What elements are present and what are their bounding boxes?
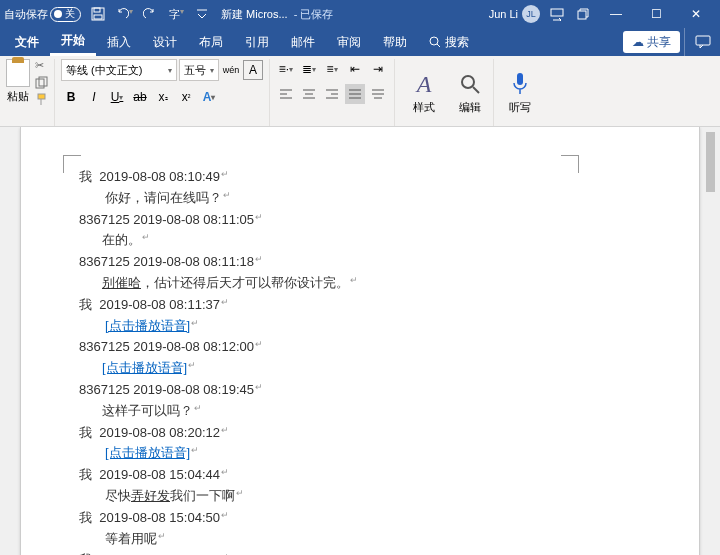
save-icon[interactable] — [85, 7, 111, 21]
tab-references[interactable]: 引用 — [234, 28, 280, 56]
editing-button[interactable]: 编辑 — [447, 59, 493, 126]
format-painter-button[interactable] — [35, 93, 48, 106]
restore-icon[interactable] — [570, 7, 596, 21]
chat-sender: 8367125 — [79, 254, 130, 269]
svg-rect-2 — [94, 15, 102, 19]
voice-link[interactable]: [点击播放语音] — [105, 445, 190, 460]
align-left-button[interactable] — [276, 84, 296, 104]
char-border-button[interactable]: A — [243, 60, 263, 80]
subscript-button[interactable]: x₂ — [153, 87, 173, 107]
paste-button[interactable]: 粘贴 — [6, 59, 30, 126]
dictate-button[interactable]: 听写 — [493, 59, 539, 126]
share-button[interactable]: ☁ 共享 — [623, 31, 680, 53]
phonetic-guide-button[interactable]: wén — [221, 60, 241, 80]
text-effects-button[interactable]: A▾ — [199, 87, 219, 107]
avatar[interactable]: JL — [522, 5, 540, 23]
bullets-button[interactable]: ≡·▾ — [276, 59, 296, 79]
svg-rect-9 — [36, 79, 44, 88]
tab-insert[interactable]: 插入 — [96, 28, 142, 56]
chat-timestamp: 2019-08-08 08:20:12 — [99, 425, 220, 440]
decrease-indent-button[interactable]: ⇤ — [345, 59, 365, 79]
italic-button[interactable]: I — [84, 87, 104, 107]
voice-link[interactable]: [点击播放语音] — [102, 360, 187, 375]
voice-link[interactable]: [点击播放语音] — [105, 318, 190, 333]
numbering-button[interactable]: ≣▾ — [299, 59, 319, 79]
bold-button[interactable]: B — [61, 87, 81, 107]
cut-button[interactable]: ✂ — [35, 59, 48, 72]
svg-rect-30 — [517, 73, 523, 85]
tab-search[interactable]: 搜索 — [418, 28, 480, 56]
chat-sender: 我 — [79, 297, 92, 312]
tab-help[interactable]: 帮助 — [372, 28, 418, 56]
svg-line-29 — [473, 87, 479, 93]
chat-timestamp: 2019-08-08 08:11:05 — [133, 212, 254, 227]
minimize-button[interactable]: — — [596, 7, 636, 21]
increase-indent-button[interactable]: ⇥ — [368, 59, 388, 79]
paragraph-mark-icon: ↵ — [255, 212, 263, 222]
chat-sender: 我 — [79, 467, 92, 482]
chat-text: 这样子可以吗？ — [102, 403, 193, 418]
user-name[interactable]: Jun Li — [489, 8, 518, 20]
chat-message: 8367125 2019-08-08 08:12:00↵[点击播放语音]↵ — [79, 337, 641, 379]
char-icon[interactable]: 字▾ — [163, 7, 189, 22]
chat-message: 我 2019-08-08 08:11:37↵[点击播放语音]↵ — [79, 295, 641, 337]
paste-icon — [6, 59, 30, 87]
ribbon: 粘贴 ✂ 等线 (中文正文)▾ 五号▾ wén A B I U ▾ ab x₂ … — [0, 56, 720, 127]
distributed-button[interactable] — [368, 84, 388, 104]
align-center-button[interactable] — [299, 84, 319, 104]
tab-layout[interactable]: 布局 — [188, 28, 234, 56]
doc-title: 新建 Micros... — [221, 7, 288, 22]
font-size-select[interactable]: 五号▾ — [179, 59, 219, 81]
paragraph-mark-icon: ↵ — [221, 425, 229, 435]
justify-button[interactable] — [345, 84, 365, 104]
superscript-button[interactable]: x² — [176, 87, 196, 107]
chat-message: 8367125 2019-08-08 08:19:45↵这样子可以吗？↵ — [79, 380, 641, 422]
styles-button[interactable]: A 样式 — [401, 59, 447, 126]
tab-mail[interactable]: 邮件 — [280, 28, 326, 56]
chat-message: 我 2019-08-08 08:10:49↵你好，请问在线吗？↵ — [79, 167, 641, 209]
chat-text: 别催哈 — [102, 275, 141, 290]
tab-design[interactable]: 设计 — [142, 28, 188, 56]
paragraph-mark-icon: ↵ — [221, 169, 229, 179]
tab-file[interactable]: 文件 — [4, 28, 50, 56]
autosave-label: 自动保存 — [4, 7, 48, 22]
paragraph-mark-icon: ↵ — [255, 254, 263, 264]
chat-sender: 我 — [79, 425, 92, 440]
svg-rect-10 — [39, 77, 47, 86]
more-quickaccess-icon[interactable] — [189, 8, 215, 20]
redo-icon[interactable] — [137, 7, 163, 21]
copy-button[interactable] — [35, 76, 48, 89]
font-name-select[interactable]: 等线 (中文正文)▾ — [61, 59, 177, 81]
underline-button[interactable]: U ▾ — [107, 87, 127, 107]
chat-message: 8367125 2019-08-08 08:11:18↵别催哈，估计还得后天才可… — [79, 252, 641, 294]
scrollbar-vertical[interactable] — [704, 132, 717, 552]
tab-home[interactable]: 开始 — [50, 28, 96, 56]
chat-timestamp: 2019-08-08 15:04:50 — [99, 510, 220, 525]
save-status: - 已保存 — [294, 7, 334, 22]
tab-review[interactable]: 审阅 — [326, 28, 372, 56]
svg-rect-8 — [696, 36, 710, 45]
undo-icon[interactable]: ▾ — [111, 7, 137, 21]
align-right-button[interactable] — [322, 84, 342, 104]
maximize-button[interactable]: ☐ — [636, 7, 676, 21]
margin-corner-tl — [63, 155, 81, 173]
titlebar: 自动保存 关 ▾ 字▾ 新建 Micros... - 已保存 Jun Li JL… — [0, 0, 720, 28]
chat-timestamp: 2019-08-08 08:12:00 — [133, 339, 254, 354]
chat-text: ，估计还得后天才可以帮你设计完。 — [141, 275, 349, 290]
close-button[interactable]: ✕ — [676, 7, 716, 21]
autosave-toggle[interactable]: 关 — [50, 7, 81, 22]
svg-rect-1 — [94, 8, 100, 12]
chat-timestamp: 2019-08-08 15:04:44 — [99, 467, 220, 482]
svg-line-7 — [437, 44, 440, 47]
paragraph-mark-icon: ↵ — [255, 382, 263, 392]
chat-message: 我 2019-08-08 15:04:44↵尽快弄好发我们一下啊↵ — [79, 465, 641, 507]
ribbon-options-icon[interactable] — [544, 7, 570, 21]
ribbon-tabs: 文件 开始 插入 设计 布局 引用 邮件 审阅 帮助 搜索 ☁ 共享 — [0, 28, 720, 56]
strike-button[interactable]: ab — [130, 87, 150, 107]
multilevel-button[interactable]: ≡▾ — [322, 59, 342, 79]
chat-text: 在的。 — [102, 232, 141, 247]
comments-button[interactable] — [684, 28, 720, 56]
chat-sender: 8367125 — [79, 382, 130, 397]
document-page[interactable]: 我 2019-08-08 08:10:49↵你好，请问在线吗？↵8367125 … — [20, 127, 700, 555]
chat-text: 等着用呢 — [105, 531, 157, 546]
